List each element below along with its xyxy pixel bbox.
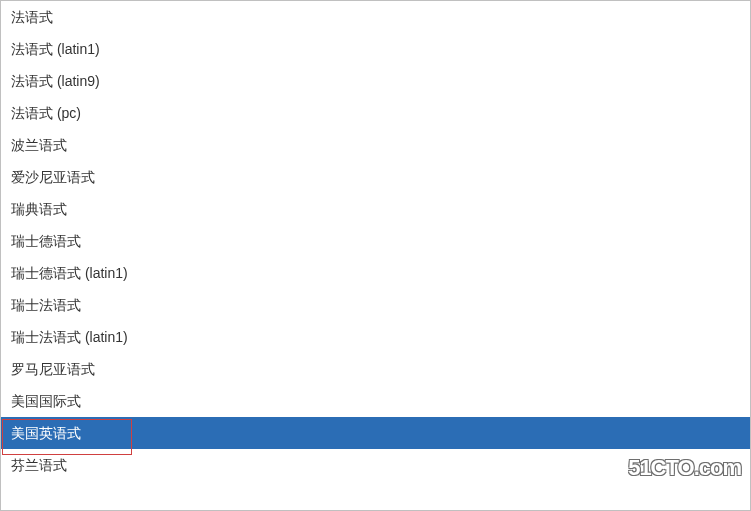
list-item-label: 瑞士法语式 — [11, 295, 81, 315]
list-item[interactable]: 法语式 — [1, 1, 750, 33]
list-item-label: 法语式 (latin1) — [11, 39, 100, 59]
list-item-label: 罗马尼亚语式 — [11, 359, 95, 379]
list-item[interactable]: 瑞士法语式 (latin1) — [1, 321, 750, 353]
list-item-label: 瑞士法语式 (latin1) — [11, 327, 128, 347]
list-item[interactable]: 法语式 (latin9) — [1, 65, 750, 97]
list-item-selected[interactable]: 美国英语式 — [1, 417, 750, 449]
list-item[interactable]: 罗马尼亚语式 — [1, 353, 750, 385]
keyboard-layout-list[interactable]: 法语式 法语式 (latin1) 法语式 (latin9) 法语式 (pc) 波… — [0, 0, 751, 511]
list-item-label: 美国英语式 — [11, 423, 81, 443]
list-item[interactable]: 法语式 (pc) — [1, 97, 750, 129]
list-item-label: 法语式 — [11, 7, 53, 27]
list-item-label: 瑞士德语式 — [11, 231, 81, 251]
list-item-label: 芬兰语式 — [11, 455, 67, 475]
list-item-label: 瑞士德语式 (latin1) — [11, 263, 128, 283]
list-item[interactable]: 瑞典语式 — [1, 193, 750, 225]
list-item-label: 法语式 (pc) — [11, 103, 81, 123]
list-item-label: 美国国际式 — [11, 391, 81, 411]
list-item[interactable]: 芬兰语式 — [1, 449, 750, 481]
list-item-label: 法语式 (latin9) — [11, 71, 100, 91]
list-item[interactable]: 瑞士德语式 — [1, 225, 750, 257]
list-item[interactable]: 瑞士德语式 (latin1) — [1, 257, 750, 289]
list-item[interactable]: 美国国际式 — [1, 385, 750, 417]
list-item-label: 爱沙尼亚语式 — [11, 167, 95, 187]
list-item[interactable]: 法语式 (latin1) — [1, 33, 750, 65]
list-item[interactable]: 波兰语式 — [1, 129, 750, 161]
list-item-label: 瑞典语式 — [11, 199, 67, 219]
list-item-label: 波兰语式 — [11, 135, 67, 155]
list-item[interactable]: 瑞士法语式 — [1, 289, 750, 321]
list-item[interactable]: 爱沙尼亚语式 — [1, 161, 750, 193]
